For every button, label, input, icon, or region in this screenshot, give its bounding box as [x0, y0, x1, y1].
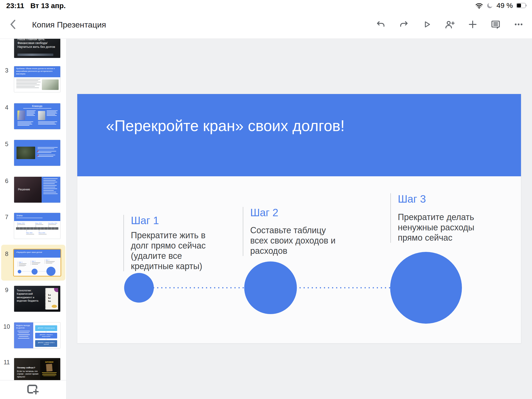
- placeholder-lines: [38, 121, 58, 125]
- placeholder-lines: [47, 111, 58, 116]
- timeline-callout: Сентябрь 2021: [48, 222, 59, 226]
- editor-canvas[interactable]: «Перекройте кран» своих долгов! Шаг 1 Пр…: [66, 39, 532, 399]
- slide-title[interactable]: «Перекройте кран» своих долгов!: [106, 117, 345, 135]
- redo-button[interactable]: [397, 17, 411, 32]
- thumb2-title: Наша главная цель: Финансовая свобода/ Н…: [14, 39, 60, 49]
- step-3-circle[interactable]: [390, 252, 462, 324]
- step-3-heading: Шаг 3: [398, 193, 474, 205]
- back-button[interactable]: [7, 18, 19, 31]
- slide-number-11: 11: [2, 359, 12, 366]
- slide-thumbnail-7[interactable]: Этапы Январь 2021 Июнь 2021 Сентябрь 202…: [14, 213, 61, 239]
- slide-number-10: 10: [2, 323, 12, 330]
- mini-step-1: Шаг 1: [18, 261, 27, 267]
- slide-number-4: 4: [2, 104, 12, 111]
- thumb11-line1: Почему сейчас?: [17, 366, 41, 369]
- step-2-circle[interactable]: [244, 261, 297, 314]
- moon-icon: [487, 2, 493, 9]
- step-2-heading: Шаг 2: [250, 207, 336, 218]
- thumb4-photo-right: [38, 111, 45, 120]
- battery-percent: 49 %: [497, 1, 513, 10]
- status-bar: 23:11 Вт 13 апр. 49 %: [0, 0, 532, 10]
- slide-number-6: 6: [2, 177, 12, 184]
- slide-number-3: 3: [2, 67, 12, 74]
- slide-thumbnail-8-selected[interactable]: «Перекройте кран» своих долгов! Шаг 1 Ша…: [13, 249, 61, 277]
- slide-filmstrip: Наша главная цель: Финансовая свобода/ Н…: [0, 39, 66, 399]
- slide-8-canvas[interactable]: «Перекройте кран» своих долгов! Шаг 1 Пр…: [77, 94, 521, 343]
- thumb6-title: Решение: [18, 188, 30, 191]
- present-button[interactable]: [420, 17, 433, 32]
- slide-number-7: 7: [2, 214, 12, 221]
- add-person-button[interactable]: [443, 17, 456, 32]
- placeholder-lines: [38, 147, 58, 158]
- dialog-box-3: ДИАЛОГ с самим собой и группой: [35, 340, 57, 347]
- thumb7-title: Этапы: [16, 214, 58, 217]
- slide-thumbnail-3[interactable]: Проблема: Объем плохих долгов по ипотеке…: [14, 66, 61, 92]
- placeholder-lines: [16, 79, 40, 89]
- undo-button[interactable]: [374, 17, 387, 32]
- app-window: 23:11 Вт 13 апр. 49 %: [0, 0, 532, 399]
- step-1-heading: Шаг 1: [131, 215, 206, 226]
- step-1-circle[interactable]: [124, 273, 154, 303]
- filmstrip-footer: [0, 380, 66, 399]
- wifi-icon: [475, 2, 483, 9]
- mini-step-2: Шаг 2: [31, 260, 41, 265]
- add-slide-button[interactable]: [27, 384, 39, 395]
- slide-number-8: 8: [2, 250, 12, 257]
- slide-number-5: 5: [2, 141, 12, 148]
- slide-title-band[interactable]: «Перекройте кран» своих долгов!: [77, 94, 521, 176]
- step-2-text[interactable]: Шаг 2 Составьте таблицу всех своих доход…: [243, 207, 336, 256]
- slide-thumbnail-6[interactable]: Решение: [14, 177, 61, 203]
- mini-step-3: Шаг 3: [44, 259, 56, 264]
- toolbar: Копия Презентация: [0, 10, 532, 39]
- slide-number-9: 9: [2, 287, 12, 293]
- slide-thumbnail-10[interactable]: Модель выхода из долгов ДИАЛОГ с близким…: [14, 322, 61, 348]
- timeline-callout: Июнь 2021: [35, 222, 46, 226]
- slide-thumbnail-2[interactable]: Наша главная цель: Финансовая свобода/ Н…: [14, 39, 61, 58]
- thumb8-title: «Перекройте кран» своих долгов!: [14, 249, 61, 258]
- timeline-callout: Июль 2021: [38, 232, 50, 235]
- document-title[interactable]: Копия Презентация: [32, 20, 106, 29]
- slide-thumbnail-5[interactable]: [14, 140, 61, 166]
- comments-button[interactable]: [489, 17, 502, 32]
- step-3-text[interactable]: Шаг 3 Прекратите делать ненужные расходы…: [390, 193, 474, 243]
- add-button[interactable]: [466, 17, 479, 32]
- date: Вт 13 апр.: [30, 2, 66, 10]
- dialog-box-2: ДИАЛОГ с банком и кредиторами: [35, 333, 57, 338]
- timeline-callout: Март 2021: [26, 232, 37, 235]
- thumb4-photo-left: [18, 111, 25, 120]
- slide-thumbnail-9[interactable]: Технологии: Кармический менеджмент и вед…: [14, 286, 61, 312]
- thumb9-title: Технологии: Кармический менеджмент и вед…: [17, 289, 43, 302]
- timeline-bar: [16, 227, 58, 230]
- thumb10-title: Модель выхода из долгов: [16, 324, 31, 329]
- more-button[interactable]: [512, 17, 525, 32]
- thumb3-photo: [42, 79, 59, 90]
- placeholder-lines: [18, 121, 34, 126]
- thumb4-title: Команда: [14, 105, 60, 108]
- timeline-callout: Январь 2021: [17, 222, 28, 226]
- thumb11-line2: Если ты читаешь эти строки - значит врем…: [17, 370, 42, 378]
- slide-thumbnail-11[interactable]: Почему сейчас? Если ты читаешь эти строк…: [14, 358, 61, 380]
- battery-icon: [516, 3, 527, 8]
- clock: 23:11: [6, 2, 24, 10]
- placeholder-lines: [42, 177, 60, 203]
- kakebo-book: ka ke bo: [45, 288, 58, 310]
- step-1-text[interactable]: Шаг 1 Прекратите жить в долг прямо сейча…: [123, 215, 206, 271]
- slide-thumbnail-4[interactable]: Команда: [14, 103, 61, 129]
- filmstrip-scroll-area[interactable]: Наша главная цель: Финансовая свобода/ Н…: [0, 39, 66, 380]
- thumb5-photo: [17, 147, 35, 159]
- placeholder-lines: [26, 111, 36, 116]
- thumb11-meme-card: ЗАПОМНИ!: [40, 360, 58, 380]
- dialog-box-1: ДИАЛОГ с близким кругом: [35, 325, 57, 331]
- thumb3-title: Проблема: Объем плохих долгов по ипотеке…: [14, 66, 60, 77]
